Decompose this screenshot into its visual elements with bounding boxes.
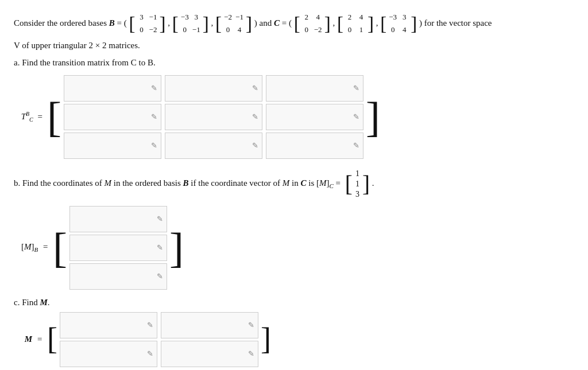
part-a-label: a. Find the transition matrix from C to … <box>14 56 574 69</box>
mb-sub-B: B <box>34 246 38 253</box>
pencil-icon[interactable]: ✎ <box>151 112 157 122</box>
part-a-section: TBC = [ ✎ ✎ ✎ ✎ ✎ ✎ <box>14 75 574 159</box>
header-line1: Consider the ordered bases B = ( [ 3 −1 … <box>14 10 574 37</box>
cell: 3 <box>138 11 146 24</box>
tc-input-matrix: ✎ ✎ ✎ ✎ ✎ ✎ ✎ ✎ <box>64 75 363 159</box>
part-b-eq: = <box>336 178 343 188</box>
bracket-right: ] <box>324 14 331 33</box>
tc-T: T <box>21 112 26 121</box>
part-b-prefix: b. Find the coordinates of M in the orde… <box>14 178 330 188</box>
header-equals: = ( <box>117 18 127 28</box>
mb-cell-r1[interactable]: ✎ <box>69 206 167 232</box>
col-vector-display: [ 1 1 3 ] <box>345 168 370 200</box>
pencil-icon[interactable]: ✎ <box>147 349 153 359</box>
comma4: , <box>376 18 381 28</box>
bracket-left: [ <box>380 14 386 33</box>
tc-cell-r1c3[interactable]: ✎ <box>266 75 363 102</box>
pencil-icon[interactable]: ✎ <box>157 215 163 224</box>
col-vec-r1: 1 <box>355 169 359 178</box>
cell: −2 <box>314 24 322 36</box>
big-bracket-right-m: ] <box>261 326 271 353</box>
mb-cell-r3[interactable]: ✎ <box>69 263 167 290</box>
C-matrix1: [ 2 4 0 −2 ] <box>294 10 331 37</box>
tc-cell-r2c1[interactable]: ✎ <box>64 104 161 130</box>
tc-cell-r3c3[interactable]: ✎ <box>266 133 363 159</box>
comma3: , <box>332 18 337 28</box>
pencil-icon[interactable]: ✎ <box>151 84 157 93</box>
cell: 0 <box>224 24 232 36</box>
col-vec-bracket-right: ] <box>362 174 370 193</box>
header-prefix: Consider the ordered bases <box>14 18 109 28</box>
col-vec-bracket-left: [ <box>345 174 353 193</box>
B-matrix3: [ −2 −1 0 4 ] <box>215 10 252 37</box>
comma2: , <box>211 18 216 28</box>
cell: 1 <box>357 24 365 36</box>
part-c-text: c. Find M. <box>14 298 50 307</box>
pencil-icon[interactable]: ✎ <box>252 112 258 122</box>
tc-cell-r2c2[interactable]: ✎ <box>165 104 262 130</box>
bracket-left: [ <box>215 14 222 33</box>
part-c-label: c. Find M. <box>14 298 574 307</box>
header-suffix: ) for the vector space <box>419 18 492 28</box>
pencil-icon[interactable]: ✎ <box>353 141 359 150</box>
big-bracket-right-3: ] <box>366 99 380 135</box>
pencil-icon[interactable]: ✎ <box>151 141 157 150</box>
big-bracket-left-m: [ <box>47 326 57 353</box>
cell: −3 <box>181 11 189 24</box>
cell: 4 <box>400 24 408 36</box>
big-bracket-left-3: [ <box>47 99 61 135</box>
m-label: M = <box>14 334 42 344</box>
and-c: ) and C = ( <box>254 18 292 28</box>
bracket-right: ] <box>160 14 166 33</box>
pencil-icon[interactable]: ✎ <box>353 84 359 93</box>
cell: −2 <box>224 11 232 24</box>
cell: −1 <box>149 11 157 24</box>
pencil-icon[interactable]: ✎ <box>157 272 163 281</box>
pencil-icon[interactable]: ✎ <box>248 321 254 330</box>
C-matrix2: [ 2 4 0 1 ] <box>337 10 374 37</box>
C-matrix3: [ −3 3 0 4 ] <box>380 10 417 37</box>
tc-cell-r1c1[interactable]: ✎ <box>64 75 161 102</box>
cell: −3 <box>389 11 397 24</box>
comma1: , <box>168 18 172 28</box>
m-equals: = <box>37 334 42 344</box>
part-b-section: [M]B = [ ✎ ✎ ✎ ] <box>14 206 574 290</box>
tc-cell-r3c1[interactable]: ✎ <box>64 133 161 159</box>
pencil-icon[interactable]: ✎ <box>353 112 359 122</box>
cell: 0 <box>138 24 146 36</box>
bracket-left: [ <box>172 14 179 33</box>
pencil-icon[interactable]: ✎ <box>157 243 163 252</box>
matrix-content: −2 −1 0 4 <box>222 10 246 37</box>
matrix-content: 3 −1 0 −2 <box>136 10 160 37</box>
cell: 2 <box>303 11 311 24</box>
m-input-wrapper: M = [ ✎ ✎ ✎ ✎ ] <box>14 312 574 367</box>
tc-cell-r2c3[interactable]: ✎ <box>266 104 363 130</box>
cell: 0 <box>346 24 354 36</box>
tc-input-wrapper: TBC = [ ✎ ✎ ✎ ✎ ✎ ✎ <box>14 75 574 159</box>
mb-equals: = <box>42 242 48 251</box>
m-cell-r1c1[interactable]: ✎ <box>60 312 157 338</box>
matrix-content: 2 4 0 1 <box>343 10 368 37</box>
part-b-dot: . <box>372 178 374 188</box>
pencil-icon[interactable]: ✎ <box>147 321 153 330</box>
m-cell-r2c2[interactable]: ✎ <box>161 341 258 367</box>
col-vec-r2: 1 <box>355 180 359 189</box>
pencil-icon[interactable]: ✎ <box>252 84 258 93</box>
pencil-icon[interactable]: ✎ <box>248 349 254 359</box>
pencil-icon[interactable]: ✎ <box>252 141 258 150</box>
bracket-left: [ <box>129 14 136 33</box>
cell: 0 <box>303 24 311 36</box>
cell: −1 <box>235 11 243 24</box>
col-vector-content: 1 1 3 <box>353 168 362 200</box>
tc-cell-r3c2[interactable]: ✎ <box>165 133 262 159</box>
tc-cell-r1c2[interactable]: ✎ <box>165 75 262 102</box>
part-c-section: M = [ ✎ ✎ ✎ ✎ ] <box>14 312 574 367</box>
m-cell-r1c2[interactable]: ✎ <box>161 312 258 338</box>
m-cell-r2c1[interactable]: ✎ <box>60 341 157 367</box>
cell: 0 <box>181 24 189 36</box>
mb-cell-r2[interactable]: ✎ <box>69 235 167 261</box>
m-input-matrix: ✎ ✎ ✎ ✎ <box>60 312 258 367</box>
col-vec-r3: 3 <box>355 190 359 199</box>
cell: −2 <box>149 24 157 36</box>
cell: −1 <box>192 24 200 36</box>
